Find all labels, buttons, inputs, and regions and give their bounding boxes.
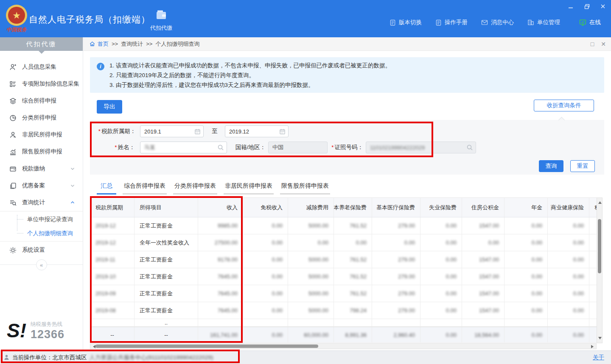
- column-header-住房公积金: 住房公积金: [462, 198, 504, 217]
- sidebar-item-优惠备案[interactable]: 优惠备案: [0, 177, 83, 194]
- nationality-input[interactable]: 中国: [268, 142, 328, 153]
- cell-value: --: [164, 332, 168, 338]
- cert-number-input[interactable]: 110102199904222029: [366, 142, 476, 153]
- sidebar-item-查询统计[interactable]: 查询统计: [0, 194, 83, 211]
- scroll-up-arrow[interactable]: [598, 200, 602, 204]
- panel-close-icon[interactable]: ✕: [601, 41, 606, 47]
- name-input[interactable]: 马某: [140, 142, 227, 153]
- period-end-input[interactable]: 2019.12: [225, 125, 289, 137]
- search-icon[interactable]: [217, 144, 224, 151]
- notice-line: 2. 只能查询2019年及之后的数据，不能进行跨年度查询。: [109, 70, 597, 80]
- result-tabs: 汇总综合所得申报表分类所得申报表非居民所得申报表限售股所得申报表: [97, 182, 330, 195]
- summary-cell: 18,564.00: [462, 327, 504, 342]
- table-cell: 全年一次性奖金收入: [135, 234, 198, 251]
- reset-button[interactable]: 重置: [570, 160, 595, 172]
- sidebar-item-人员信息采集[interactable]: 人员信息采集: [0, 58, 83, 75]
- table-cell: 1547.00: [462, 268, 504, 285]
- doc-icon: [390, 19, 396, 26]
- cell-value: 5000.00: [308, 273, 328, 280]
- column-header-年金: 年金: [504, 198, 548, 217]
- summary-cell: 0.00: [243, 327, 288, 342]
- table-cell: 2019-12: [90, 234, 135, 251]
- close-button[interactable]: [599, 3, 607, 10]
- table-cell: 0.00: [372, 234, 420, 251]
- cell-value: 0.00: [532, 222, 542, 229]
- export-button[interactable]: 导出: [97, 100, 122, 114]
- table-cell: 0.00: [420, 251, 462, 268]
- sidebar-collapse-button[interactable]: «: [36, 259, 47, 270]
- cell-value: 1547.00: [479, 273, 499, 280]
- cell-value: 60,000.00: [304, 332, 328, 338]
- table-cell: 0.00: [504, 285, 548, 302]
- sidebar-item-税款缴纳[interactable]: 税款缴纳: [0, 160, 83, 177]
- calendar-icon[interactable]: [279, 128, 286, 135]
- to-label: 至: [210, 125, 219, 137]
- table-cell: [589, 285, 597, 302]
- scroll-right-arrow[interactable]: [591, 345, 595, 348]
- vertical-scroll-thumb[interactable]: [598, 219, 601, 273]
- table-cell: 正常工资薪金: [135, 302, 198, 319]
- header-menu-label: 消息中心: [491, 19, 514, 26]
- search-icon[interactable]: [466, 144, 473, 151]
- tab-汇总[interactable]: 汇总: [97, 182, 116, 195]
- cell-value: 0.00: [272, 332, 283, 338]
- scroll-down-arrow[interactable]: [598, 337, 602, 341]
- breadcrumb-home[interactable]: 首页: [89, 40, 109, 48]
- sidebar-item-非居民所得申报[interactable]: 非居民所得申报: [0, 126, 83, 143]
- sidebar-item-系统设置[interactable]: 系统设置: [0, 242, 83, 258]
- calendar-icon[interactable]: [194, 128, 201, 135]
- header-menu-item-操作手册[interactable]: 操作手册: [435, 19, 468, 26]
- cell-value: 0.00: [532, 256, 542, 263]
- table-cell: 761.52: [334, 285, 372, 302]
- header-menu-item-版本切换[interactable]: 版本切换: [390, 19, 422, 26]
- cell-value: 正常工资薪金: [140, 307, 173, 314]
- sidebar-subitem-个人扣缴明细查询[interactable]: 个人扣缴明细查询: [0, 226, 83, 240]
- header-menu-item-消息中心[interactable]: 消息中心: [481, 19, 514, 26]
- cell-value: 0.00: [573, 332, 584, 338]
- column-header-免税收入: 免税收入: [243, 198, 288, 217]
- scroll-left-arrow[interactable]: [91, 345, 95, 348]
- table-cell: [589, 217, 597, 234]
- horizontal-scrollbar[interactable]: [90, 343, 597, 349]
- table-cell: 0.00: [504, 217, 548, 234]
- query-button[interactable]: 查询: [539, 160, 563, 172]
- sidebar-item-分类所得申报[interactable]: 分类所得申报: [0, 109, 83, 126]
- tax-emblem-logo: ★ 中国税务: [5, 3, 28, 33]
- collapse-query-button[interactable]: 收折查询条件: [534, 100, 594, 111]
- table-cell: 0.00: [243, 251, 288, 268]
- table-cell: [589, 251, 597, 268]
- person-icon: [9, 131, 17, 139]
- tab-分类所得申报表[interactable]: 分类所得申报表: [173, 182, 217, 195]
- table-body: 2019-12正常工资薪金9985.000.005000.00761.52279…: [90, 217, 597, 319]
- vertical-scrollbar[interactable]: [597, 197, 603, 343]
- cell-value: 5000.00: [308, 307, 328, 314]
- minimize-button[interactable]: [567, 3, 575, 10]
- table-head: 税款所属期所得项目收入免税收入减除费用基本养老保险费基本医疗保险费失业保险费住房…: [90, 198, 597, 217]
- header-menu-item-单位管理[interactable]: 单位管理: [527, 19, 560, 26]
- about-link[interactable]: 关于: [593, 354, 604, 361]
- table-cell: [462, 319, 504, 326]
- period-start-input[interactable]: 2019.1: [140, 125, 204, 137]
- sidebar-item-限售股所得申报[interactable]: 限售股所得申报: [0, 143, 83, 160]
- tab-综合所得申报表[interactable]: 综合所得申报表: [123, 182, 167, 195]
- tab-非居民所得申报表[interactable]: 非居民所得申报表: [224, 182, 274, 195]
- sidebar-subitem-单位申报记录查询[interactable]: 单位申报记录查询: [0, 212, 83, 226]
- panel-restore-icon[interactable]: □: [591, 41, 594, 47]
- nationality-value: 中国: [272, 144, 283, 151]
- column-header-税: 税: [589, 198, 597, 217]
- table-cell: 0.00: [548, 268, 589, 285]
- sidebar-item-综合所得申报[interactable]: 综合所得申报: [0, 92, 83, 109]
- cell-value: 279.00: [398, 222, 415, 229]
- cell-value: 7645.00: [218, 273, 238, 280]
- restore-button[interactable]: [583, 3, 591, 10]
- name-label: *姓名：: [101, 142, 135, 153]
- sidebar-item-label: 优惠备案: [22, 182, 45, 189]
- tab-限售股所得申报表[interactable]: 限售股所得申报表: [280, 182, 330, 195]
- sidebar-item-专项附加扣除信息采集[interactable]: 专项附加扣除信息采集: [0, 75, 83, 92]
- cell-value: 2019-12: [95, 239, 116, 246]
- nav-tab-withholding[interactable]: 代扣代缴: [148, 9, 175, 32]
- column-header-税款所属期: 税款所属期: [90, 198, 135, 217]
- horizontal-scroll-thumb[interactable]: [95, 345, 318, 348]
- table-cell: [420, 319, 462, 326]
- column-header-所得项目: 所得项目: [135, 198, 198, 217]
